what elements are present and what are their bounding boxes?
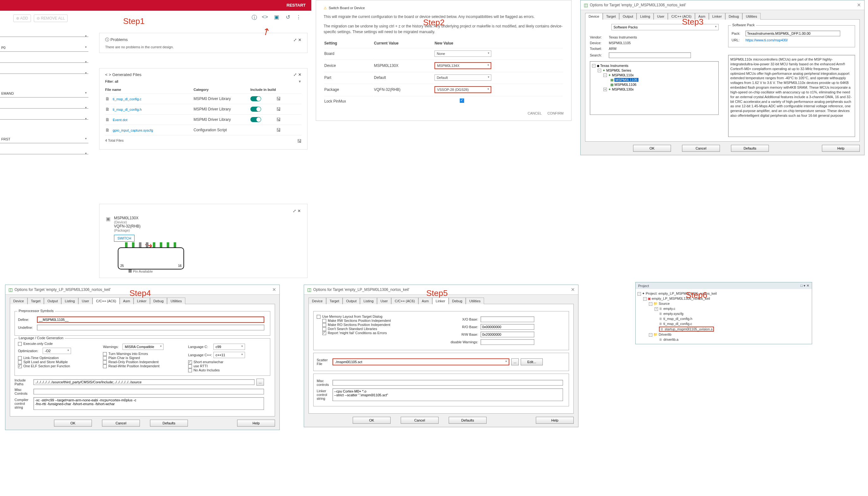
tree-1106[interactable]: MSPM0L1106 bbox=[614, 83, 637, 87]
tab-utilities[interactable]: Utilities bbox=[466, 297, 484, 304]
genfiles-controls[interactable]: ⤢ ✕ bbox=[293, 72, 302, 77]
warn-select[interactable]: MISRA Compatible bbox=[122, 344, 164, 350]
tab-target[interactable]: Target bbox=[28, 297, 44, 304]
tab-cc[interactable]: C/C++ (AC6) bbox=[92, 297, 120, 304]
tab-output[interactable]: Output bbox=[619, 13, 637, 19]
ok-button[interactable]: OK bbox=[353, 417, 391, 424]
edit-button[interactable]: Edit... bbox=[521, 358, 543, 366]
cancel-button[interactable]: Cancel bbox=[682, 145, 720, 152]
proj-file[interactable]: ti_msp_dl_config.h bbox=[664, 317, 692, 321]
lock-pinmux-checkbox[interactable] bbox=[460, 98, 464, 103]
tab-user[interactable]: User bbox=[78, 297, 92, 304]
dropdown-6[interactable] bbox=[0, 115, 88, 120]
tab-target[interactable]: Target bbox=[603, 13, 620, 19]
defaults-button[interactable]: Defaults bbox=[449, 417, 487, 424]
tab-output[interactable]: Output bbox=[44, 297, 61, 304]
project-tree[interactable]: −✦Project: empty_LP_MSPM0L1306_nortos_ke… bbox=[636, 289, 812, 344]
tab-device[interactable]: Device bbox=[585, 13, 603, 19]
tab-device[interactable]: Device bbox=[10, 297, 28, 304]
save-icon[interactable]: 🖫 bbox=[276, 96, 281, 101]
new-part-select[interactable]: Default bbox=[435, 75, 491, 81]
elf-chk[interactable] bbox=[18, 365, 22, 368]
opt-select[interactable]: -O2 bbox=[43, 348, 71, 354]
include-toggle[interactable] bbox=[250, 107, 261, 112]
split-chk[interactable] bbox=[18, 360, 22, 364]
file-link[interactable]: ti_msp_dl_config.c bbox=[113, 97, 141, 101]
tree-110x[interactable]: MSPM0L110x bbox=[612, 73, 634, 77]
ropos-chk[interactable] bbox=[322, 323, 326, 327]
rwpos-chk[interactable] bbox=[322, 319, 326, 323]
tab-debug[interactable]: Debug bbox=[150, 297, 167, 304]
cancel-button[interactable]: Cancel bbox=[401, 417, 439, 424]
tree-ti[interactable]: Texas Instruments bbox=[600, 64, 628, 67]
restart-button[interactable]: RESTART bbox=[281, 0, 311, 11]
dropdown-0[interactable] bbox=[0, 33, 88, 37]
browse-button[interactable]: ... bbox=[511, 358, 519, 366]
plainchar-chk[interactable] bbox=[103, 356, 107, 360]
tab-listing[interactable]: Listing bbox=[61, 297, 78, 304]
proj-file[interactable]: ti_msp_dl_config.c bbox=[664, 322, 692, 326]
confirm-button[interactable]: CONFIRM bbox=[548, 111, 564, 115]
close-icon[interactable]: ✕ bbox=[272, 287, 276, 293]
undefine-input[interactable] bbox=[37, 325, 264, 330]
problems-controls[interactable]: ⤢ ✕ bbox=[293, 37, 302, 42]
ok-button[interactable]: OK bbox=[54, 420, 92, 427]
tree-130x[interactable]: MSPM0L130x bbox=[612, 88, 634, 91]
misc-input[interactable] bbox=[333, 380, 563, 386]
url-link[interactable]: https://www.ti.com/msp430/ bbox=[746, 38, 788, 42]
tree-1105[interactable]: MSPM0L1105 bbox=[614, 78, 638, 82]
switch-button[interactable]: SWITCH bbox=[114, 235, 135, 242]
report-chk[interactable] bbox=[322, 331, 326, 335]
tab-debug[interactable]: Debug bbox=[449, 297, 466, 304]
proj-driverlib[interactable]: Driverlib bbox=[659, 332, 671, 336]
proj-file[interactable]: empty.syscfg bbox=[664, 312, 683, 315]
pack-input[interactable] bbox=[746, 31, 840, 36]
browse-button[interactable]: ... bbox=[256, 378, 264, 386]
dropdown-2[interactable] bbox=[0, 59, 88, 63]
new-board-select[interactable]: None bbox=[435, 50, 491, 57]
noauto-chk[interactable] bbox=[188, 369, 192, 372]
chip-icon[interactable]: ▣ bbox=[273, 14, 279, 20]
tab-linker[interactable]: Linker bbox=[432, 297, 449, 304]
ro-input[interactable] bbox=[481, 324, 534, 330]
tab-linker[interactable]: Linker bbox=[709, 13, 725, 19]
turnwarn-chk[interactable] bbox=[103, 352, 107, 356]
tab-cc[interactable]: C/C++ (AC6) bbox=[391, 297, 418, 304]
ropos-chk[interactable] bbox=[103, 360, 107, 364]
proj-source[interactable]: Source bbox=[659, 301, 670, 306]
file-link[interactable]: Event.dot bbox=[113, 118, 127, 122]
filter-value[interactable]: all bbox=[115, 79, 118, 83]
tab-target[interactable]: Target bbox=[326, 297, 343, 304]
tab-user[interactable]: User bbox=[654, 13, 668, 19]
save-icon[interactable]: 🖫 bbox=[276, 127, 281, 133]
tab-utilities[interactable]: Utilities bbox=[742, 13, 760, 19]
new-pkg-select[interactable]: VSSOP-28 (DGS28) bbox=[435, 86, 491, 93]
include-toggle[interactable] bbox=[250, 96, 261, 101]
exec-only-chk[interactable] bbox=[18, 342, 22, 346]
tab-device[interactable]: Device bbox=[308, 297, 326, 304]
proj-file-highlighted[interactable]: startup_mspm0l1105_uvision.s bbox=[665, 327, 713, 331]
rw-input[interactable] bbox=[481, 331, 534, 337]
project-buttons[interactable]: □ ▾ ✕ bbox=[801, 284, 809, 288]
langc-select[interactable]: c99 bbox=[213, 344, 245, 350]
more-icon[interactable]: ⋮ bbox=[295, 14, 301, 20]
file-link[interactable]: ti_msp_dl_config.h bbox=[113, 108, 142, 111]
shortenum-chk[interactable] bbox=[188, 360, 192, 364]
help-button[interactable]: Help bbox=[536, 417, 574, 424]
nosearch-chk[interactable] bbox=[322, 327, 326, 331]
dropdown-3[interactable] bbox=[0, 70, 88, 74]
save-icon[interactable]: 🖫 bbox=[276, 107, 281, 112]
dropdown-4[interactable]: EMAND bbox=[0, 90, 88, 97]
tab-listing[interactable]: Listing bbox=[360, 297, 377, 304]
dropdown-8[interactable] bbox=[0, 150, 88, 154]
search-input[interactable] bbox=[609, 52, 691, 58]
cancel-button[interactable]: Cancel bbox=[102, 420, 140, 427]
defaults-button[interactable]: Defaults bbox=[731, 145, 769, 152]
cancel-button[interactable]: CANCEL bbox=[528, 111, 542, 115]
langcpp-select[interactable]: c++11 bbox=[213, 352, 245, 358]
tab-listing[interactable]: Listing bbox=[637, 13, 654, 19]
tab-debug[interactable]: Debug bbox=[725, 13, 742, 19]
file-link[interactable]: gpio_input_capture.syscfg bbox=[113, 128, 153, 132]
close-icon[interactable]: ✕ bbox=[571, 287, 575, 293]
tab-utilities[interactable]: Utilities bbox=[167, 297, 185, 304]
